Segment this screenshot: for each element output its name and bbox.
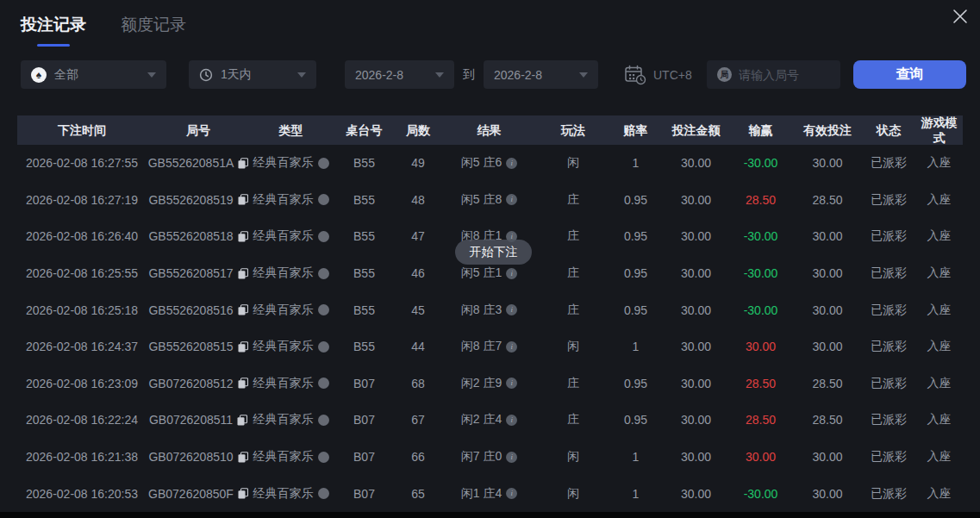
cell-bet-amount: 30.00 bbox=[664, 450, 728, 464]
copy-icon[interactable] bbox=[238, 341, 248, 353]
game-type-select[interactable]: ♠ 全部 bbox=[21, 60, 166, 89]
tab-bar: 投注记录 额度记录 bbox=[21, 14, 186, 45]
cell-table-no: B55 bbox=[332, 229, 396, 243]
table-row: 2026-02-08 16:27:55GB552620851A经典百家乐B554… bbox=[17, 145, 963, 182]
copy-icon[interactable] bbox=[238, 158, 248, 169]
cell-round-no: 48 bbox=[396, 193, 440, 207]
cell-table-no: B07 bbox=[332, 450, 396, 464]
cell-round-no: 65 bbox=[396, 487, 440, 501]
column-header-10: 输赢 bbox=[728, 123, 793, 139]
cell-play: 庄 bbox=[539, 192, 608, 208]
column-header-12: 状态 bbox=[862, 123, 915, 139]
round-search-input[interactable] bbox=[739, 68, 830, 82]
cell-round-no: 47 bbox=[396, 229, 440, 243]
cell-valid-bet: 30.00 bbox=[793, 303, 862, 317]
cell-round-id: GB072620850F bbox=[147, 487, 250, 501]
cell-bet-amount: 30.00 bbox=[664, 340, 728, 353]
game-type-dot-icon bbox=[318, 488, 329, 499]
info-icon[interactable]: i bbox=[506, 341, 517, 353]
copy-icon[interactable] bbox=[238, 231, 248, 242]
cell-play: 闲 bbox=[539, 155, 608, 171]
cell-win-loss: 28.50 bbox=[728, 413, 793, 427]
cell-status: 已派彩 bbox=[862, 376, 915, 391]
cell-bet-time: 2026-02-08 16:25:55 bbox=[17, 266, 147, 280]
tab-quota-records[interactable]: 额度记录 bbox=[121, 14, 186, 45]
info-icon[interactable]: i bbox=[506, 415, 517, 426]
tab-betting-records[interactable]: 投注记录 bbox=[21, 14, 86, 45]
info-icon[interactable]: i bbox=[506, 268, 517, 279]
cell-game-type: 经典百家乐 bbox=[250, 265, 332, 281]
info-icon[interactable]: i bbox=[506, 304, 517, 315]
copy-icon[interactable] bbox=[238, 304, 248, 315]
date-range-to-label: 到 bbox=[463, 60, 475, 89]
cell-valid-bet: 30.00 bbox=[793, 266, 862, 280]
info-icon[interactable]: i bbox=[506, 194, 517, 205]
date-from-select[interactable]: 2026-2-8 bbox=[345, 60, 454, 89]
cell-round-no: 44 bbox=[396, 340, 440, 353]
cell-bet-amount: 30.00 bbox=[664, 156, 728, 170]
cell-game-type: 经典百家乐 bbox=[250, 486, 332, 502]
active-tab-underline bbox=[37, 44, 70, 47]
calendar-clock-icon[interactable] bbox=[624, 65, 646, 85]
cell-status: 已派彩 bbox=[862, 228, 915, 244]
cell-round-id: GB5526208518 bbox=[147, 229, 250, 243]
game-type-dot-icon bbox=[318, 194, 329, 205]
game-type-dot-icon bbox=[318, 378, 329, 389]
copy-icon[interactable] bbox=[238, 194, 248, 205]
time-range-select[interactable]: 1天内 bbox=[189, 60, 316, 89]
cell-result: 闲5 庄6i bbox=[440, 155, 539, 171]
cell-valid-bet: 30.00 bbox=[793, 340, 862, 353]
cell-win-loss: -30.00 bbox=[728, 229, 793, 243]
column-header-3: 类型 bbox=[250, 123, 332, 139]
column-header-5: 局数 bbox=[396, 123, 440, 139]
game-type-dot-icon bbox=[318, 268, 329, 279]
query-button[interactable]: 查询 bbox=[853, 60, 966, 89]
cell-odds: 0.95 bbox=[608, 266, 664, 280]
cell-win-loss: -30.00 bbox=[728, 156, 793, 170]
cell-play: 庄 bbox=[539, 303, 608, 318]
copy-icon[interactable] bbox=[238, 488, 248, 499]
cell-table-no: B55 bbox=[332, 193, 396, 207]
copy-icon[interactable] bbox=[238, 452, 248, 463]
cell-bet-amount: 30.00 bbox=[664, 229, 728, 243]
info-icon[interactable]: i bbox=[506, 378, 517, 389]
chevron-down-icon bbox=[297, 72, 306, 78]
cell-table-no: B07 bbox=[332, 413, 396, 427]
cell-round-id: GB552620851A bbox=[147, 156, 250, 170]
copy-icon[interactable] bbox=[237, 415, 247, 426]
cell-play: 庄 bbox=[539, 412, 608, 428]
column-header-2: 局号 bbox=[147, 123, 250, 139]
game-type-value: 全部 bbox=[54, 67, 78, 83]
info-icon[interactable]: i bbox=[506, 158, 517, 169]
cell-result: 闲5 庄8i bbox=[440, 192, 539, 208]
close-icon[interactable] bbox=[949, 5, 971, 28]
chevron-down-icon bbox=[579, 72, 588, 78]
cell-bet-time: 2026-02-08 16:27:19 bbox=[17, 193, 147, 207]
info-icon[interactable]: i bbox=[506, 452, 517, 463]
cell-game-type: 经典百家乐 bbox=[250, 376, 332, 391]
cell-bet-time: 2026-02-08 16:20:53 bbox=[17, 487, 147, 501]
cell-round-id: GB0726208512 bbox=[147, 377, 250, 390]
game-type-dot-icon bbox=[318, 452, 329, 463]
cell-status: 已派彩 bbox=[862, 449, 915, 465]
cell-valid-bet: 30.00 bbox=[793, 156, 862, 170]
table-row: 2026-02-08 16:21:38GB0726208510经典百家乐B076… bbox=[17, 439, 963, 476]
date-to-select[interactable]: 2026-2-8 bbox=[484, 60, 598, 89]
cell-game-mode: 入座 bbox=[915, 376, 963, 391]
cell-status: 已派彩 bbox=[862, 155, 915, 171]
cell-odds: 0.95 bbox=[608, 193, 664, 207]
round-search-field[interactable]: 局 bbox=[707, 60, 840, 89]
info-icon[interactable]: i bbox=[506, 488, 517, 499]
cell-game-mode: 入座 bbox=[915, 192, 963, 208]
cell-play: 庄 bbox=[539, 228, 608, 244]
cell-game-mode: 入座 bbox=[915, 339, 963, 354]
cell-result: 闲1 庄4i bbox=[440, 486, 539, 502]
tab-quota-records-label: 额度记录 bbox=[121, 16, 186, 34]
copy-icon[interactable] bbox=[238, 378, 248, 389]
cell-bet-time: 2026-02-08 16:22:24 bbox=[17, 413, 147, 427]
cell-round-no: 66 bbox=[396, 450, 440, 464]
cell-game-mode: 入座 bbox=[915, 265, 963, 281]
cell-play: 闲 bbox=[539, 486, 608, 502]
copy-icon[interactable] bbox=[238, 268, 248, 279]
cell-round-id: GB0726208511 bbox=[147, 413, 250, 427]
